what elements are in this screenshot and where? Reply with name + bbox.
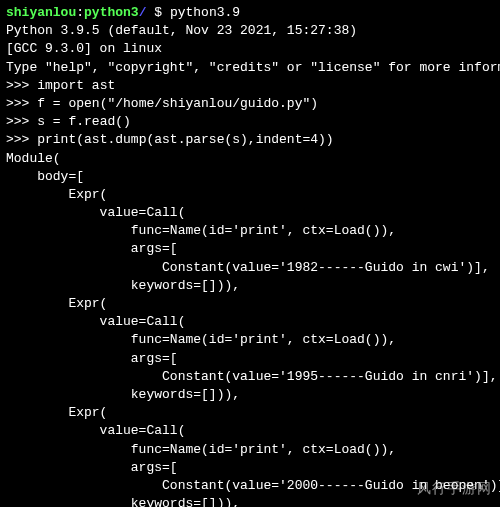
repl-line[interactable]: >>> import ast	[6, 77, 494, 95]
repl-prompt: >>>	[6, 78, 37, 93]
python-banner-line3: Type "help", "copyright", "credits" or "…	[6, 59, 494, 77]
ast-output-line: Constant(value='1995------Guido in cnri'…	[6, 368, 494, 386]
repl-line[interactable]: >>> print(ast.dump(ast.parse(s),indent=4…	[6, 131, 494, 149]
ast-output-line: value=Call(	[6, 204, 494, 222]
repl-input: import ast	[37, 78, 115, 93]
shell-path: /	[139, 5, 147, 20]
ast-output-line: keywords=[])),	[6, 277, 494, 295]
ast-output-line: func=Name(id='print', ctx=Load()),	[6, 222, 494, 240]
shell-command: python3.9	[170, 5, 240, 20]
repl-line[interactable]: >>> s = f.read()	[6, 113, 494, 131]
ast-output-line: args=[	[6, 240, 494, 258]
repl-prompt: >>>	[6, 114, 37, 129]
ast-output-line: Expr(	[6, 295, 494, 313]
shell-user: shiyanlou	[6, 5, 76, 20]
python-banner-line2: [GCC 9.3.0] on linux	[6, 40, 494, 58]
ast-output-line: args=[	[6, 350, 494, 368]
shell-host: python3	[84, 5, 139, 20]
watermark-text: 风行手游网	[417, 479, 492, 499]
ast-output-line: Module(	[6, 150, 494, 168]
ast-output-line: value=Call(	[6, 422, 494, 440]
ast-output-line: Expr(	[6, 186, 494, 204]
ast-output-line: value=Call(	[6, 313, 494, 331]
ast-output-line: Expr(	[6, 404, 494, 422]
ast-output-line: func=Name(id='print', ctx=Load()),	[6, 441, 494, 459]
repl-line[interactable]: >>> f = open("/home/shiyanlou/guido.py")	[6, 95, 494, 113]
ast-output-line: func=Name(id='print', ctx=Load()),	[6, 331, 494, 349]
ast-output-line: body=[	[6, 168, 494, 186]
ast-output-line: keywords=[])),	[6, 386, 494, 404]
ast-output-line: Constant(value='1982------Guido in cwi')…	[6, 259, 494, 277]
repl-input: s = f.read()	[37, 114, 131, 129]
repl-prompt: >>>	[6, 132, 37, 147]
shell-prompt[interactable]: shiyanlou:python3/ $ python3.9	[6, 4, 494, 22]
repl-prompt: >>>	[6, 96, 37, 111]
repl-input: f = open("/home/shiyanlou/guido.py")	[37, 96, 318, 111]
shell-symbol: $	[154, 5, 162, 20]
repl-input: print(ast.dump(ast.parse(s),indent=4))	[37, 132, 333, 147]
ast-output-line: args=[	[6, 459, 494, 477]
python-banner-line1: Python 3.9.5 (default, Nov 23 2021, 15:2…	[6, 22, 494, 40]
colon: :	[76, 5, 84, 20]
